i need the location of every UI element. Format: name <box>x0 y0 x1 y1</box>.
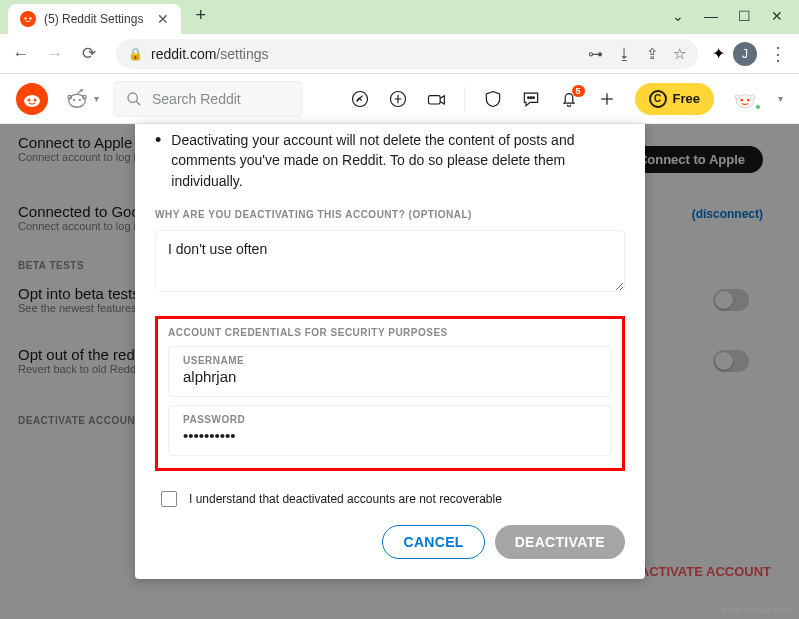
url-text: reddit.com/settings <box>151 46 580 62</box>
share-icon[interactable]: ⇪ <box>646 45 659 63</box>
password-label: PASSWORD <box>183 414 597 425</box>
username-input[interactable] <box>183 368 597 385</box>
separator <box>464 87 465 111</box>
extensions-icon[interactable]: ✦ <box>712 44 725 63</box>
reddit-search-input[interactable]: Search Reddit <box>113 81 303 117</box>
credentials-label: ACCOUNT CREDENTIALS FOR SECURITY PURPOSE… <box>168 327 612 338</box>
search-placeholder: Search Reddit <box>152 91 241 107</box>
deactivate-warning-text: Deactivating your account will not delet… <box>171 130 625 191</box>
notification-badge: 5 <box>572 85 585 97</box>
user-menu[interactable]: ▾ <box>732 86 783 112</box>
browser-titlebar: (5) Reddit Settings ✕ + ⌄ — ☐ ✕ <box>0 0 799 34</box>
username-field[interactable]: USERNAME <box>168 346 612 397</box>
kebab-menu-icon[interactable]: ⋮ <box>765 43 791 65</box>
minimize-icon[interactable]: — <box>704 8 718 24</box>
maximize-icon[interactable]: ☐ <box>738 8 751 24</box>
back-button[interactable]: ← <box>8 41 34 67</box>
svg-line-10 <box>77 90 81 94</box>
bookmark-star-icon[interactable]: ☆ <box>673 45 686 63</box>
svg-point-4 <box>34 98 37 101</box>
online-status-icon <box>754 103 762 111</box>
username-label: USERNAME <box>183 355 597 366</box>
svg-point-6 <box>73 98 75 100</box>
notifications-icon[interactable]: 5 <box>559 89 579 109</box>
svg-point-1 <box>29 17 31 19</box>
reddit-favicon-icon <box>20 11 36 27</box>
credentials-highlight-box: ACCOUNT CREDENTIALS FOR SECURITY PURPOSE… <box>155 316 625 471</box>
svg-point-26 <box>750 94 754 98</box>
tab-close-icon[interactable]: ✕ <box>157 11 169 27</box>
key-icon[interactable]: ⊶ <box>588 45 603 63</box>
browser-toolbar: ← → ⟳ 🔒 reddit.com/settings ⊶ ⭳ ⇪ ☆ ✦ J … <box>0 34 799 74</box>
svg-point-24 <box>747 98 750 101</box>
deactivate-modal: • Deactivating your account will not del… <box>135 124 645 579</box>
community-dropdown[interactable]: ▾ <box>66 88 99 110</box>
coin-icon[interactable] <box>388 89 408 109</box>
reddit-header: ▾ Search Reddit 5 C Free ▾ <box>0 74 799 124</box>
create-post-icon[interactable] <box>597 89 617 109</box>
why-deactivate-label: WHY ARE YOU DEACTIVATING THIS ACCOUNT? (… <box>155 209 625 220</box>
profile-avatar[interactable]: J <box>733 42 757 66</box>
disconnect-google-link[interactable]: (disconnect) <box>692 207 763 221</box>
svg-point-7 <box>79 98 81 100</box>
svg-point-11 <box>80 88 83 91</box>
cancel-button[interactable]: CANCEL <box>382 525 484 559</box>
forward-button: → <box>42 41 68 67</box>
bullet-icon: • <box>155 130 161 191</box>
svg-point-2 <box>24 95 40 107</box>
svg-point-18 <box>530 96 532 98</box>
opt-out-toggle[interactable] <box>713 350 749 372</box>
deactivate-button[interactable]: DEACTIVATE <box>495 525 625 559</box>
reload-button[interactable]: ⟳ <box>76 41 102 67</box>
svg-point-17 <box>527 96 529 98</box>
svg-point-12 <box>128 93 137 102</box>
svg-point-3 <box>28 98 31 101</box>
understand-checkbox[interactable] <box>161 491 177 507</box>
window-controls: ⌄ — ☐ ✕ <box>656 0 799 32</box>
svg-rect-16 <box>428 95 440 103</box>
new-tab-button[interactable]: + <box>195 5 206 30</box>
chevron-down-icon: ▾ <box>94 93 99 104</box>
chevron-down-icon: ▾ <box>778 93 783 104</box>
svg-point-19 <box>532 96 534 98</box>
password-input[interactable] <box>183 427 597 444</box>
moderation-shield-icon[interactable] <box>483 89 503 109</box>
browser-tab[interactable]: (5) Reddit Settings ✕ <box>8 4 181 34</box>
caret-down-icon[interactable]: ⌄ <box>672 8 684 24</box>
tab-title: (5) Reddit Settings <box>44 12 143 26</box>
deactivate-reason-input[interactable] <box>155 230 625 292</box>
popular-icon[interactable] <box>350 89 370 109</box>
watermark: www.deuaq.com <box>721 605 791 615</box>
install-icon[interactable]: ⭳ <box>617 45 632 62</box>
opt-in-toggle[interactable] <box>713 289 749 311</box>
svg-point-25 <box>735 94 739 98</box>
address-bar[interactable]: 🔒 reddit.com/settings ⊶ ⭳ ⇪ ☆ <box>116 39 698 69</box>
search-icon <box>126 91 142 107</box>
svg-point-0 <box>24 17 26 19</box>
reddit-logo-icon[interactable] <box>16 83 48 115</box>
svg-line-13 <box>136 101 140 105</box>
talk-icon[interactable] <box>426 89 446 109</box>
close-window-icon[interactable]: ✕ <box>771 8 783 24</box>
lock-icon: 🔒 <box>128 47 143 61</box>
coin-circle-icon: C <box>649 90 667 108</box>
snoo-head-icon <box>66 88 88 110</box>
password-field[interactable]: PASSWORD <box>168 405 612 456</box>
chat-icon[interactable] <box>521 89 541 109</box>
understand-text: I understand that deactivated accounts a… <box>189 492 502 506</box>
svg-point-23 <box>740 98 743 101</box>
free-coins-button[interactable]: C Free <box>635 83 714 115</box>
